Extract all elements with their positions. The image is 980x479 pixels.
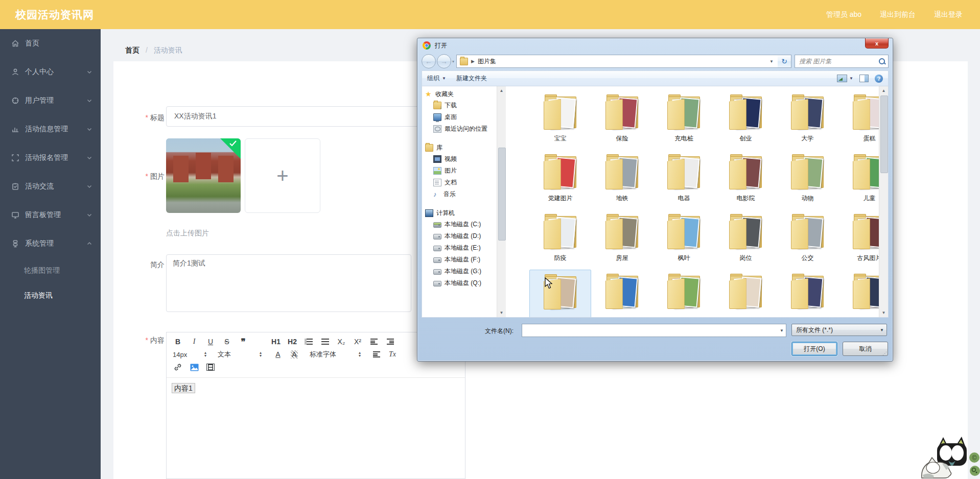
line-height-button[interactable] [369,349,383,360]
outdent-button[interactable] [367,336,381,347]
header-link-2[interactable]: 退出到前台 [880,10,916,19]
cat-mascot-widget[interactable]: © [919,429,980,479]
tree-item-最近访问的位置[interactable]: 最近访问的位置 [425,123,497,135]
tree-item-图片[interactable]: 图片 [425,165,497,177]
folder-item-unlabeled-24[interactable] [838,270,879,317]
tree-item-下载[interactable]: 下载 [425,100,497,111]
folder-item-电影院[interactable]: 电影院 [715,150,777,210]
upload-image-button[interactable]: + [245,138,320,213]
tree-item-本地磁盘 (C:)[interactable]: 本地磁盘 (C:) [425,219,497,230]
blockquote-button[interactable]: ❞ [236,336,250,347]
sidebar-item-留言板管理[interactable]: 留言板管理 [0,201,101,229]
insert-video-button[interactable] [203,362,218,373]
folder-item-unlabeled-20[interactable] [591,270,653,317]
resize-grip[interactable]: ⋰ [882,351,888,356]
folder-item-党建图片[interactable]: 党建图片 [529,150,591,210]
tree-item-文档[interactable]: 文档 [425,177,497,188]
header-link-3[interactable]: 退出登录 [934,10,963,19]
scroll-up-icon[interactable]: ▲ [879,86,888,95]
uploaded-image-thumbnail[interactable] [166,138,241,213]
editor-content[interactable]: 内容1 [167,378,465,399]
italic-button[interactable]: I [187,336,201,347]
search-box[interactable]: 搜索 图片集 [795,55,889,68]
refresh-button[interactable]: ↻ [778,55,791,68]
folder-item-创业[interactable]: 创业 [715,90,777,150]
folder-item-蛋糕[interactable]: 蛋糕 [838,90,879,150]
tree-item-本地磁盘 (E:)[interactable]: 本地磁盘 (E:) [425,242,497,254]
address-dropdown-icon[interactable]: ▼ [765,59,778,64]
header-link-1[interactable]: 管理员 abo [826,10,861,19]
back-button[interactable]: ← [422,54,436,68]
subscript-button[interactable]: X₂ [334,336,348,347]
folder-item-动物[interactable]: 动物 [777,150,838,210]
close-button[interactable]: x [865,38,889,49]
sidebar-item-活动信息管理[interactable]: 活动信息管理 [0,115,101,143]
folder-item-宝宝[interactable]: 宝宝 [529,90,591,150]
file-type-filter[interactable]: 所有文件 (*.*) ▼ [791,324,887,336]
code-block-button[interactable] [252,336,267,347]
folder-item-unlabeled-21[interactable] [653,270,715,317]
scroll-down-icon[interactable]: ▼ [879,308,888,317]
sidebar-item-个人中心[interactable]: 个人中心 [0,58,101,86]
forward-button[interactable]: → [437,54,451,68]
cancel-button[interactable]: 取消 [843,342,888,356]
clear-format-button[interactable]: Tx [385,349,400,360]
tree-item-音乐[interactable]: ♪音乐 [425,188,497,200]
folder-item-儿童[interactable]: 儿童 [838,150,879,210]
font-family-select[interactable]: 标准字体▴▾ [308,349,363,360]
bullet-list-button[interactable] [318,336,332,347]
new-folder-button[interactable]: 新建文件夹 [451,71,492,86]
folder-item-枫叶[interactable]: 枫叶 [653,210,715,270]
background-color-button[interactable]: A [287,349,301,360]
change-view-button[interactable]: ▼ [837,75,853,82]
grid-scrollbar[interactable]: ▲ ▼ [879,86,888,317]
superscript-button[interactable]: X² [351,336,365,347]
text-color-button[interactable]: A [271,349,285,360]
open-button[interactable]: 打开(O) [791,342,837,356]
folder-item-地铁[interactable]: 地铁 [591,150,653,210]
nav-history-dropdown[interactable]: ▾ [452,59,454,64]
scroll-up-icon[interactable]: ▲ [497,86,506,95]
sidebar-item-活动报名管理[interactable]: 活动报名管理 [0,143,101,172]
filename-input[interactable]: ▼ [522,324,786,337]
dialog-titlebar[interactable]: 打开 x [417,38,893,53]
address-bar[interactable]: ▶ 图片集 ▼ [456,55,778,68]
folder-item-公交[interactable]: 公交 [777,210,838,270]
sidebar-subitem-活动资讯[interactable]: 活动资讯 [0,283,101,308]
header-1-button[interactable]: H1 [269,336,283,347]
tree-item-本地磁盘 (F:)[interactable]: 本地磁盘 (F:) [425,254,497,266]
folder-item-古风图片[interactable]: 古风图片 [838,210,879,270]
sidebar-item-系统管理[interactable]: 系统管理 [0,229,101,258]
folder-item-保险[interactable]: 保险 [591,90,653,150]
intro-textarea[interactable] [166,254,411,312]
bold-button[interactable]: B [171,336,185,347]
tree-section-收藏夹[interactable]: ★收藏夹 [425,88,497,100]
header-2-button[interactable]: H2 [285,336,299,347]
indent-button[interactable] [383,336,398,347]
tree-section-计算机[interactable]: 计算机 [425,207,497,219]
scrollbar-thumb[interactable] [498,148,506,241]
scrollbar-thumb[interactable] [880,95,888,173]
dropdown-arrow-icon[interactable]: ▼ [778,324,786,337]
folder-item-大学[interactable]: 大学 [777,90,838,150]
folder-item-电器[interactable]: 电器 [653,150,715,210]
tree-item-本地磁盘 (Q:)[interactable]: 本地磁盘 (Q:) [425,277,497,289]
organize-button[interactable]: 组织▼ [422,71,451,86]
sidebar-item-活动交流[interactable]: 活动交流 [0,172,101,201]
preview-pane-button[interactable] [859,75,869,82]
folder-item-房屋[interactable]: 房屋 [591,210,653,270]
tree-item-桌面[interactable]: 桌面 [425,111,497,123]
scroll-down-icon[interactable]: ▼ [497,308,506,317]
tree-scrollbar[interactable]: ▲ ▼ [497,86,506,317]
tree-item-本地磁盘 (D:)[interactable]: 本地磁盘 (D:) [425,230,497,242]
sidebar-item-用户管理[interactable]: 用户管理 [0,86,101,115]
format-select[interactable]: 文本▴▾ [216,349,264,360]
sidebar-item-首页[interactable]: 首页 [0,29,101,58]
folder-item-充电桩[interactable]: 充电桩 [653,90,715,150]
help-button[interactable]: ? [875,75,883,83]
tree-section-库[interactable]: 库 [425,142,497,153]
font-size-select[interactable]: 14px▴▾ [171,349,208,360]
folder-item-unlabeled-23[interactable] [777,270,838,317]
folder-item-防疫[interactable]: 防疫 [529,210,591,270]
folder-item-unlabeled-19[interactable] [529,270,591,317]
